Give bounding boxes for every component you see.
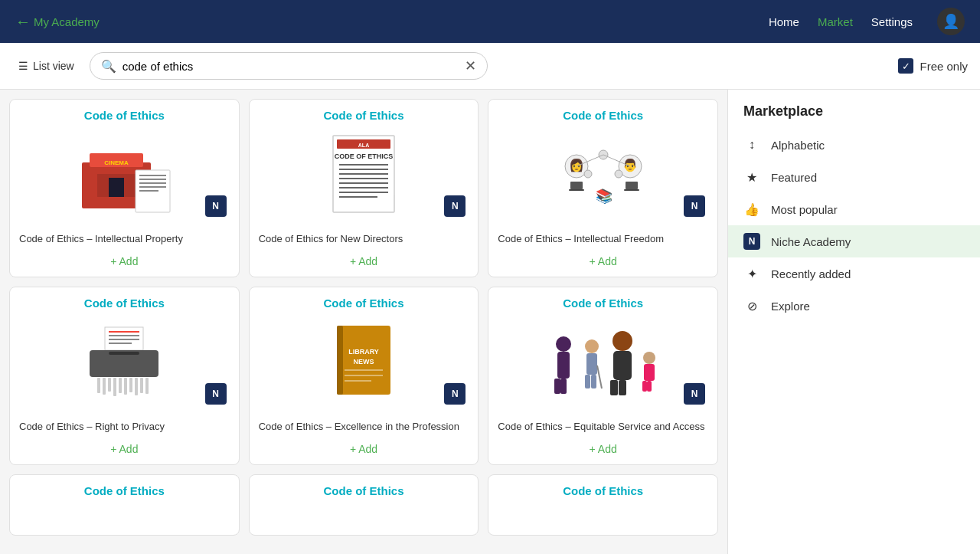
svg-text:📚: 📚: [596, 188, 613, 205]
nav-settings[interactable]: Settings: [871, 15, 913, 28]
svg-rect-35: [624, 189, 639, 191]
svg-rect-49: [124, 378, 127, 395]
svg-rect-16: [339, 169, 388, 170]
card-title[interactable]: Code of Ethics: [259, 297, 469, 310]
svg-rect-64: [560, 379, 567, 394]
svg-rect-19: [339, 182, 388, 184]
user-avatar[interactable]: 👤: [937, 8, 965, 35]
book-illustration: LIBRARY NEWS: [318, 320, 410, 404]
svg-rect-7: [139, 179, 166, 180]
niche-badge: N: [205, 383, 227, 405]
card-title[interactable]: Code of Ethics: [19, 297, 230, 310]
free-only-filter[interactable]: ✓ Free only: [898, 58, 968, 74]
back-arrow-icon: ←: [15, 13, 31, 31]
alphabetic-icon: ↕: [743, 136, 760, 153]
people-devices-illustration: 👩 👨 �: [546, 132, 661, 216]
avatar-icon: 👤: [942, 13, 959, 30]
ala-document-illustration: ALA CODE OF ETHICS: [318, 132, 410, 216]
card-image: 👩 👨 �: [498, 128, 708, 220]
card-title[interactable]: Code of Ethics: [259, 109, 469, 122]
card-image: N: [498, 316, 708, 408]
svg-text:👩: 👩: [569, 158, 584, 172]
sidebar-item-explore[interactable]: ⊘ Explore: [728, 290, 980, 322]
svg-rect-38: [109, 331, 139, 333]
svg-rect-32: [570, 182, 583, 189]
svg-rect-47: [113, 378, 116, 396]
svg-rect-6: [139, 175, 166, 176]
card-title[interactable]: Code of Ethics: [498, 109, 708, 122]
svg-rect-73: [619, 380, 626, 395]
card-description: Code of Ethics – Equitable Service and A…: [488, 414, 717, 437]
toolbar: ☰ List view 🔍 ✕ ✓ Free only: [0, 43, 980, 90]
sidebar: Marketplace ↕ Alphabetic ★ Featured 👍 Mo…: [727, 90, 980, 554]
card-title[interactable]: Code of Ethics: [19, 484, 230, 497]
svg-text:CINEMA: CINEMA: [105, 159, 129, 166]
svg-rect-41: [109, 343, 132, 344]
sidebar-item-label: Alphabetic: [771, 139, 825, 152]
card-image: LIBRARY NEWS N: [259, 316, 469, 408]
svg-rect-44: [97, 378, 100, 393]
card-partial-3: Code of Ethics: [488, 474, 718, 536]
card-equitable-service: Code of Ethics: [488, 287, 718, 465]
svg-rect-60: [345, 380, 371, 382]
card-top: Code of Ethics LIBRARY NEWS N: [250, 287, 479, 414]
nav-market[interactable]: Market: [818, 15, 853, 28]
content-area: Code of Ethics CINEMA: [0, 90, 727, 554]
card-title[interactable]: Code of Ethics: [498, 484, 708, 497]
card-description: Code of Ethics – Excellence in the Profe…: [250, 414, 479, 437]
svg-rect-76: [642, 381, 647, 392]
card-partial-1: Code of Ethics: [9, 474, 240, 536]
svg-rect-59: [345, 375, 383, 376]
svg-rect-9: [139, 186, 166, 188]
add-button[interactable]: + Add: [250, 249, 479, 277]
sidebar-item-featured[interactable]: ★ Featured: [728, 161, 980, 193]
free-only-checkbox[interactable]: ✓: [898, 58, 913, 74]
svg-rect-43: [109, 352, 139, 355]
card-description: Code of Ethics – Right to Privacy: [10, 414, 239, 437]
sidebar-item-label: Niche Academy: [771, 235, 851, 248]
card-top: Code of Ethics: [10, 475, 239, 510]
svg-text:ALA: ALA: [358, 143, 369, 148]
niche-badge: N: [684, 383, 705, 405]
clear-search-button[interactable]: ✕: [465, 57, 476, 74]
svg-rect-63: [554, 379, 560, 394]
add-button[interactable]: + Add: [488, 249, 717, 277]
niche-badge: N: [205, 195, 227, 217]
sidebar-item-alphabetic[interactable]: ↕ Alphabetic: [728, 129, 980, 161]
svg-rect-50: [129, 378, 132, 392]
add-button[interactable]: + Add: [488, 437, 717, 464]
card-partial-2: Code of Ethics: [249, 474, 479, 536]
sidebar-item-recently-added[interactable]: ✦ Recently added: [728, 257, 980, 290]
popular-icon: 👍: [743, 201, 760, 218]
sidebar-item-niche-academy[interactable]: N Niche Academy: [728, 225, 980, 257]
card-intellectual-property: Code of Ethics CINEMA: [9, 99, 240, 277]
add-button[interactable]: + Add: [10, 437, 239, 464]
card-title[interactable]: Code of Ethics: [498, 297, 708, 310]
add-button[interactable]: + Add: [250, 437, 479, 464]
svg-text:CODE OF ETHICS: CODE OF ETHICS: [335, 152, 394, 160]
card-title[interactable]: Code of Ethics: [259, 484, 469, 497]
svg-rect-48: [119, 378, 122, 393]
nav-home[interactable]: Home: [769, 15, 799, 28]
svg-rect-22: [339, 196, 377, 198]
svg-rect-75: [644, 364, 655, 381]
svg-rect-51: [135, 378, 138, 395]
niche-icon: N: [743, 233, 760, 250]
card-new-directors: Code of Ethics ALA CODE OF ETHICS: [249, 99, 479, 277]
search-icon: 🔍: [101, 59, 116, 74]
svg-text:👨: 👨: [622, 158, 638, 172]
add-button[interactable]: + Add: [10, 249, 239, 277]
list-view-button[interactable]: ☰ List view: [12, 57, 80, 75]
main-layout: Code of Ethics CINEMA: [0, 90, 980, 554]
svg-point-70: [612, 331, 632, 351]
svg-rect-18: [339, 178, 388, 179]
search-input[interactable]: [122, 60, 465, 73]
svg-rect-8: [139, 182, 166, 184]
card-title[interactable]: Code of Ethics: [19, 109, 230, 122]
svg-rect-20: [339, 187, 388, 188]
sidebar-item-label: Most popular: [771, 203, 838, 216]
card-top: Code of Ethics CINEMA: [10, 100, 239, 226]
back-button[interactable]: ← My Academy: [15, 13, 100, 31]
sidebar-item-most-popular[interactable]: 👍 Most popular: [728, 193, 980, 225]
free-only-label: Free only: [920, 60, 968, 73]
